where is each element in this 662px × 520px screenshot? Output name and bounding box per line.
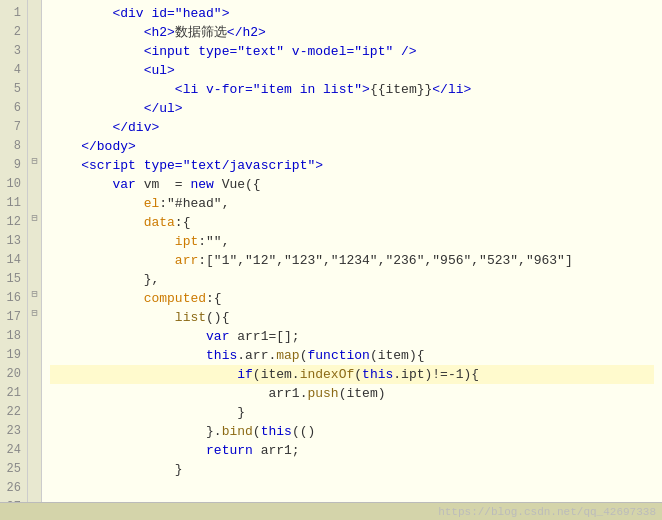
plain-token: ((): [292, 424, 315, 439]
fold-gutter: ⊟⊟⊟⊟: [28, 0, 42, 502]
tag-token: <li v-for="item in list">: [175, 82, 370, 97]
tag-token: <ul>: [144, 63, 175, 78]
line-number: 11: [6, 194, 21, 213]
plain-token: }: [237, 405, 245, 420]
fold-marker: [28, 95, 41, 114]
code-line: if(item.indexOf(this.ipt)!=-1){: [50, 365, 654, 384]
plain-token: vm =: [136, 177, 191, 192]
fold-marker: [28, 228, 41, 247]
code-line: }.bind(this((): [50, 422, 654, 441]
line-number: 23: [6, 422, 21, 441]
fold-marker: [28, 57, 41, 76]
js-keyword-token: new: [190, 177, 213, 192]
code-line: <h2>数据筛选</h2>: [50, 23, 654, 42]
code-line: <input type="text" v-model="ipt" />: [50, 42, 654, 61]
line-number: 15: [6, 270, 21, 289]
code-line: </ul>: [50, 99, 654, 118]
line-number: 2: [6, 23, 21, 42]
line-number: 10: [6, 175, 21, 194]
plain-token: (){: [206, 310, 229, 325]
code-line: </div>: [50, 118, 654, 137]
line-number: 12: [6, 213, 21, 232]
js-keyword-token: if: [237, 367, 253, 382]
plain-token: (item.: [253, 367, 300, 382]
js-prop-token: computed: [144, 291, 206, 306]
fold-marker: [28, 19, 41, 38]
line-number: 18: [6, 327, 21, 346]
plain-token: (: [253, 424, 261, 439]
fold-marker: [28, 342, 41, 361]
fold-marker: [28, 247, 41, 266]
code-line: data:{: [50, 213, 654, 232]
plain-token: }: [175, 462, 183, 477]
code-line: },: [50, 270, 654, 289]
fold-marker: [28, 133, 41, 152]
line-number: 8: [6, 137, 21, 156]
plain-token: (: [354, 367, 362, 382]
fold-marker: [28, 475, 41, 494]
line-number: 19: [6, 346, 21, 365]
code-line: <div id="head">: [50, 4, 654, 23]
js-keyword-token: function: [307, 348, 369, 363]
line-number: 17: [6, 308, 21, 327]
plain-token: :"",: [198, 234, 229, 249]
plain-token: .arr.: [237, 348, 276, 363]
js-keyword-token: this: [362, 367, 393, 382]
fold-marker: [28, 76, 41, 95]
line-number: 20: [6, 365, 21, 384]
fold-marker: [28, 0, 41, 19]
js-func-token: bind: [222, 424, 253, 439]
code-line: [50, 479, 654, 498]
code-line: computed:{: [50, 289, 654, 308]
plain-token: :"#head",: [159, 196, 229, 211]
fold-marker: [28, 418, 41, 437]
code-line: el:"#head",: [50, 194, 654, 213]
plain-token: 数据筛选: [175, 25, 227, 40]
js-keyword-token: this: [206, 348, 237, 363]
line-number: 24: [6, 441, 21, 460]
fold-marker: [28, 114, 41, 133]
js-prop-token: arr: [175, 253, 198, 268]
js-keyword-token: return: [206, 443, 253, 458]
code-area: 1234567891011121314151617181920212223242…: [0, 0, 662, 502]
code-line: ipt:"",: [50, 232, 654, 251]
code-lines: <div id="head"> <h2>数据筛选</h2> <input typ…: [42, 0, 662, 502]
code-line: arr:["1","12","123","1234","236","956","…: [50, 251, 654, 270]
plain-token: arr1=[];: [229, 329, 299, 344]
fold-marker: [28, 399, 41, 418]
line-number: 6: [6, 99, 21, 118]
plain-token: (item): [339, 386, 386, 401]
fold-marker: [28, 38, 41, 57]
fold-marker[interactable]: ⊟: [28, 285, 41, 304]
plain-token: {{item}}: [370, 82, 432, 97]
plain-token: (item){: [370, 348, 425, 363]
code-line: </body>: [50, 137, 654, 156]
line-number: 4: [6, 61, 21, 80]
line-number: 14: [6, 251, 21, 270]
line-number: 26: [6, 479, 21, 498]
code-line: var arr1=[];: [50, 327, 654, 346]
bottom-bar: https://blog.csdn.net/qq_42697338: [0, 502, 662, 520]
line-number: 13: [6, 232, 21, 251]
fold-marker: [28, 437, 41, 456]
plain-token: :{: [175, 215, 191, 230]
fold-marker[interactable]: ⊟: [28, 152, 41, 171]
js-keyword-token: this: [261, 424, 292, 439]
js-keyword-token: var: [112, 177, 135, 192]
line-number: 21: [6, 384, 21, 403]
plain-token: Vue({: [214, 177, 261, 192]
fold-marker: [28, 361, 41, 380]
fold-marker[interactable]: ⊟: [28, 304, 41, 323]
tag-token: </ul>: [144, 101, 183, 116]
line-number: 22: [6, 403, 21, 422]
tag-token: </div>: [112, 120, 159, 135]
fold-marker[interactable]: ⊟: [28, 209, 41, 228]
js-func-token: list: [175, 310, 206, 325]
tag-token: <script type="text/javascript">: [81, 158, 323, 173]
fold-marker: [28, 190, 41, 209]
plain-token: arr1.: [268, 386, 307, 401]
code-line: }: [50, 460, 654, 479]
line-number: 3: [6, 42, 21, 61]
fold-marker: [28, 266, 41, 285]
js-keyword-token: var: [206, 329, 229, 344]
